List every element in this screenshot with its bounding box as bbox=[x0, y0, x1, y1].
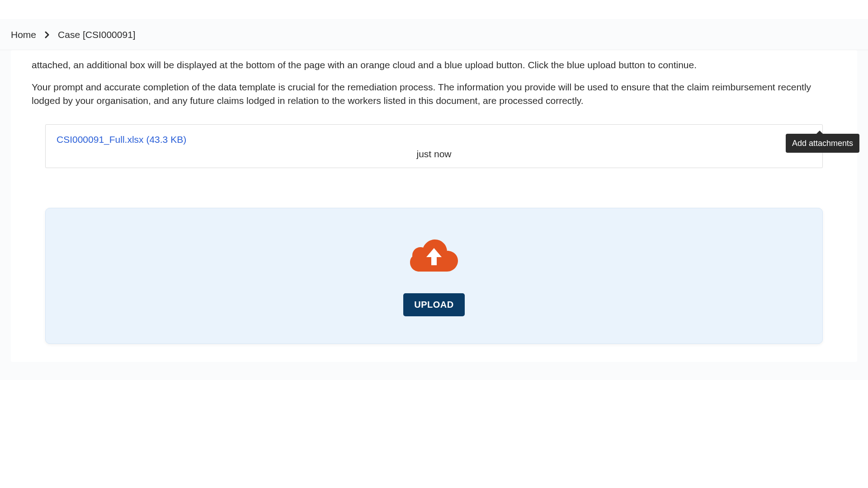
breadcrumb: Home Case [CSI000091] bbox=[0, 19, 868, 50]
content-card: Once you've completed your data template… bbox=[11, 50, 857, 362]
cloud-upload-icon bbox=[410, 237, 458, 278]
attachment-box: CSI000091_Full.xlsx (43.3 KB) just now A… bbox=[45, 124, 823, 168]
content-wrap: Once you've completed your data template… bbox=[0, 50, 868, 380]
attachment-timestamp: just now bbox=[57, 147, 811, 161]
paragraph-2: Your prompt and accurate completion of t… bbox=[32, 80, 836, 108]
upload-button[interactable]: UPLOAD bbox=[403, 293, 464, 316]
attachment-file-link[interactable]: CSI000091_Full.xlsx (43.3 KB) bbox=[57, 134, 186, 145]
chevron-right-icon bbox=[44, 31, 50, 38]
add-attachments-tooltip: Add attachments bbox=[786, 134, 859, 153]
breadcrumb-home-link[interactable]: Home bbox=[11, 28, 36, 42]
paragraph-1-rest: attached, an additional box will be disp… bbox=[32, 58, 836, 72]
upload-panel: UPLOAD bbox=[45, 208, 823, 344]
paragraph-1-cut: Once you've completed your data template… bbox=[32, 50, 836, 58]
breadcrumb-current: Case [CSI000091] bbox=[58, 28, 136, 42]
